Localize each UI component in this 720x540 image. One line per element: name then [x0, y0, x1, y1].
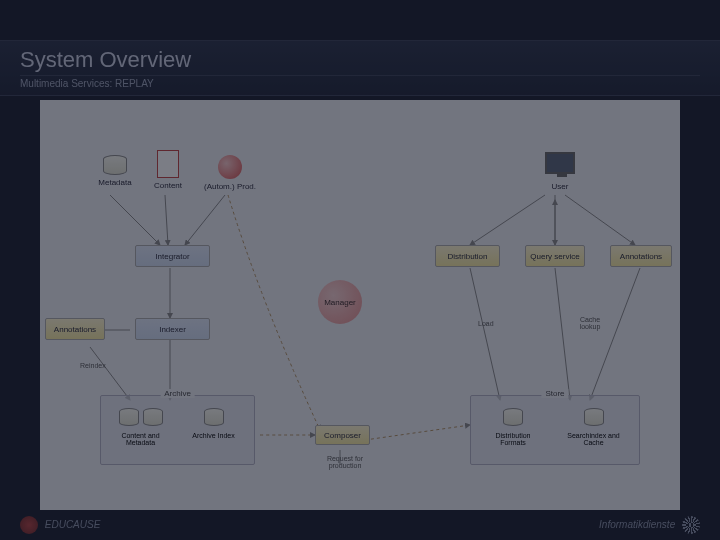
annotations-right-box: Annotations: [610, 245, 672, 267]
svg-line-13: [590, 268, 640, 400]
dist-formats-label: Distribution Formats: [483, 432, 543, 446]
annotations-left-box: Annotations: [45, 318, 105, 340]
content-label: Content: [148, 181, 188, 190]
footer-right: Informatikdienste: [599, 516, 700, 534]
dist-formats-store: Distribution Formats: [483, 408, 543, 446]
database-icon: [584, 408, 604, 426]
database-icon: [143, 408, 163, 426]
metadata-label: Metadata: [95, 178, 135, 187]
user-label: User: [535, 182, 585, 191]
diagram-canvas: Metadata Content (Autom.) Prod. User Int…: [40, 100, 680, 510]
composer-box: Composer: [315, 425, 370, 445]
svg-line-2: [185, 195, 225, 245]
svg-line-7: [470, 195, 545, 245]
reindex-label: Reindex: [80, 362, 106, 369]
svg-line-14: [365, 425, 470, 440]
archive-group-title: Archive: [160, 389, 195, 398]
svg-line-1: [165, 195, 168, 245]
manager-node: Manager: [318, 280, 362, 324]
footer-right-text: Informatikdienste: [599, 519, 675, 530]
document-icon: [157, 150, 179, 178]
database-icon: [204, 408, 224, 426]
database-icon: [119, 408, 139, 426]
svg-line-9: [565, 195, 635, 245]
content-metadata-label: Content and Metadata: [113, 432, 168, 446]
request-prod-label: Request for production: [315, 455, 375, 469]
slide-header: System Overview Multimedia Services: REP…: [0, 40, 720, 96]
svg-line-12: [555, 268, 570, 400]
content-node: Content: [148, 150, 188, 190]
educause-logo-icon: [20, 516, 38, 534]
indexer-box: Indexer: [135, 318, 210, 340]
store-group: Store Distribution Formats Searchindex a…: [470, 395, 640, 465]
searchindex-store: Searchindex and Cache: [561, 408, 626, 446]
searchindex-label: Searchindex and Cache: [561, 432, 626, 446]
sun-logo-icon: [682, 516, 700, 534]
footer: EDUCAUSE Informatikdienste: [20, 516, 700, 534]
archive-index-store: Archive Index: [191, 408, 236, 439]
monitor-icon: [545, 152, 575, 174]
integrator-box: Integrator: [135, 245, 210, 267]
archive-group: Archive Content and Metadata Archive Ind…: [100, 395, 255, 465]
svg-line-6: [90, 347, 130, 400]
database-icon: [103, 155, 127, 175]
database-icon: [503, 408, 523, 426]
query-service-box: Query service: [525, 245, 585, 267]
svg-line-11: [470, 268, 500, 400]
autoprod-node: (Autom.) Prod.: [200, 155, 260, 191]
page-subtitle: Multimedia Services: REPLAY: [20, 75, 700, 89]
archive-index-label: Archive Index: [191, 432, 236, 439]
cache-lookup-label: Cache lookup: [570, 316, 610, 330]
footer-left-text: EDUCAUSE: [45, 519, 101, 530]
content-metadata-store: Content and Metadata: [113, 408, 168, 446]
autoprod-label: (Autom.) Prod.: [200, 182, 260, 191]
user-node: User: [535, 152, 585, 191]
page-title: System Overview: [20, 47, 700, 73]
footer-left: EDUCAUSE: [20, 516, 100, 534]
load-label: Load: [478, 320, 494, 327]
metadata-node: Metadata: [95, 155, 135, 187]
distribution-box: Distribution: [435, 245, 500, 267]
sphere-icon: [218, 155, 242, 179]
store-group-title: Store: [541, 389, 568, 398]
svg-line-0: [110, 195, 160, 245]
